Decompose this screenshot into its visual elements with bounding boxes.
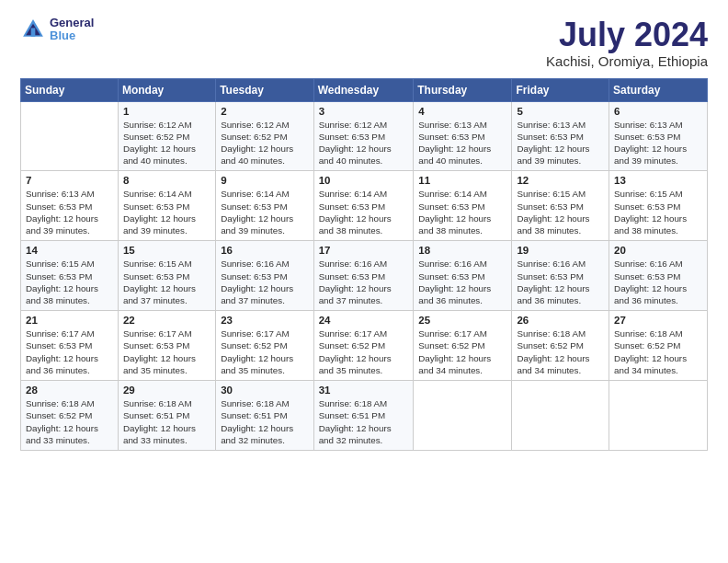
weekday-header: Tuesday — [216, 78, 313, 101]
day-info: Sunrise: 6:17 AM Sunset: 6:52 PM Dayligh… — [319, 327, 409, 376]
calendar-cell: 3Sunrise: 6:12 AM Sunset: 6:53 PM Daylig… — [313, 101, 414, 171]
day-number: 17 — [319, 245, 409, 256]
calendar-cell: 6Sunrise: 6:13 AM Sunset: 6:53 PM Daylig… — [609, 101, 708, 171]
day-number: 19 — [517, 245, 604, 256]
weekday-header: Wednesday — [313, 78, 414, 101]
day-number: 20 — [614, 245, 702, 256]
day-info: Sunrise: 6:13 AM Sunset: 6:53 PM Dayligh… — [26, 188, 113, 236]
day-number: 18 — [418, 245, 506, 256]
day-info: Sunrise: 6:17 AM Sunset: 6:53 PM Dayligh… — [26, 327, 113, 376]
day-number: 30 — [221, 385, 308, 396]
day-info: Sunrise: 6:15 AM Sunset: 6:53 PM Dayligh… — [614, 188, 702, 236]
day-info: Sunrise: 6:13 AM Sunset: 6:53 PM Dayligh… — [614, 119, 702, 167]
day-info: Sunrise: 6:18 AM Sunset: 6:51 PM Dayligh… — [221, 397, 308, 446]
calendar-header-row: SundayMondayTuesdayWednesdayThursdayFrid… — [21, 78, 708, 101]
logo: General Blue — [20, 17, 94, 43]
calendar-cell: 13Sunrise: 6:15 AM Sunset: 6:53 PM Dayli… — [609, 171, 708, 241]
calendar-cell: 31Sunrise: 6:18 AM Sunset: 6:51 PM Dayli… — [313, 381, 414, 451]
calendar-cell: 14Sunrise: 6:15 AM Sunset: 6:53 PM Dayli… — [21, 241, 119, 311]
calendar-cell: 21Sunrise: 6:17 AM Sunset: 6:53 PM Dayli… — [21, 311, 119, 381]
day-info: Sunrise: 6:18 AM Sunset: 6:51 PM Dayligh… — [123, 397, 210, 446]
day-info: Sunrise: 6:13 AM Sunset: 6:53 PM Dayligh… — [418, 119, 506, 167]
calendar-cell: 22Sunrise: 6:17 AM Sunset: 6:53 PM Dayli… — [118, 311, 215, 381]
calendar-week-row: 28Sunrise: 6:18 AM Sunset: 6:52 PM Dayli… — [21, 381, 708, 451]
main-title: July 2024 — [546, 17, 708, 53]
day-number: 15 — [123, 245, 210, 256]
logo-line2: Blue — [50, 29, 94, 42]
day-number: 5 — [517, 106, 604, 117]
calendar-cell: 20Sunrise: 6:16 AM Sunset: 6:53 PM Dayli… — [609, 241, 708, 311]
calendar-cell: 8Sunrise: 6:14 AM Sunset: 6:53 PM Daylig… — [118, 171, 215, 241]
calendar-cell: 15Sunrise: 6:15 AM Sunset: 6:53 PM Dayli… — [118, 241, 215, 311]
calendar-table: SundayMondayTuesdayWednesdayThursdayFrid… — [20, 78, 708, 451]
calendar-cell: 25Sunrise: 6:17 AM Sunset: 6:52 PM Dayli… — [414, 311, 512, 381]
calendar-week-row: 21Sunrise: 6:17 AM Sunset: 6:53 PM Dayli… — [21, 311, 708, 381]
day-info: Sunrise: 6:18 AM Sunset: 6:51 PM Dayligh… — [319, 397, 409, 446]
day-info: Sunrise: 6:16 AM Sunset: 6:53 PM Dayligh… — [319, 258, 409, 306]
day-info: Sunrise: 6:17 AM Sunset: 6:52 PM Dayligh… — [221, 327, 308, 376]
day-number: 22 — [123, 315, 210, 326]
day-number: 28 — [26, 385, 113, 396]
weekday-header: Friday — [512, 78, 609, 101]
calendar-cell — [21, 101, 119, 171]
calendar-cell: 28Sunrise: 6:18 AM Sunset: 6:52 PM Dayli… — [21, 381, 119, 451]
calendar-cell — [512, 381, 609, 451]
calendar-cell — [414, 381, 512, 451]
day-number: 1 — [123, 106, 210, 117]
calendar-cell: 26Sunrise: 6:18 AM Sunset: 6:52 PM Dayli… — [512, 311, 609, 381]
calendar-cell: 18Sunrise: 6:16 AM Sunset: 6:53 PM Dayli… — [414, 241, 512, 311]
logo-text: General Blue — [50, 17, 94, 43]
day-info: Sunrise: 6:15 AM Sunset: 6:53 PM Dayligh… — [26, 258, 113, 306]
day-number: 26 — [517, 315, 604, 326]
day-number: 13 — [614, 175, 702, 186]
calendar-cell: 7Sunrise: 6:13 AM Sunset: 6:53 PM Daylig… — [21, 171, 119, 241]
calendar-week-row: 7Sunrise: 6:13 AM Sunset: 6:53 PM Daylig… — [21, 171, 708, 241]
day-number: 27 — [614, 315, 702, 326]
day-number: 3 — [319, 106, 409, 117]
day-info: Sunrise: 6:14 AM Sunset: 6:53 PM Dayligh… — [319, 188, 409, 236]
day-info: Sunrise: 6:16 AM Sunset: 6:53 PM Dayligh… — [221, 258, 308, 306]
day-number: 8 — [123, 175, 210, 186]
day-info: Sunrise: 6:17 AM Sunset: 6:53 PM Dayligh… — [123, 327, 210, 376]
svg-rect-2 — [31, 29, 36, 37]
day-number: 24 — [319, 315, 409, 326]
calendar-cell: 10Sunrise: 6:14 AM Sunset: 6:53 PM Dayli… — [313, 171, 414, 241]
logo-icon — [20, 17, 46, 42]
day-number: 29 — [123, 385, 210, 396]
day-number: 16 — [221, 245, 308, 256]
calendar-cell: 9Sunrise: 6:14 AM Sunset: 6:53 PM Daylig… — [216, 171, 313, 241]
day-info: Sunrise: 6:12 AM Sunset: 6:53 PM Dayligh… — [319, 119, 409, 167]
subtitle: Kachisi, Oromiya, Ethiopia — [546, 53, 708, 69]
day-info: Sunrise: 6:18 AM Sunset: 6:52 PM Dayligh… — [614, 327, 702, 376]
day-info: Sunrise: 6:14 AM Sunset: 6:53 PM Dayligh… — [123, 188, 210, 236]
calendar-cell — [609, 381, 708, 451]
day-info: Sunrise: 6:14 AM Sunset: 6:53 PM Dayligh… — [221, 188, 308, 236]
day-number: 10 — [319, 175, 409, 186]
day-number: 2 — [221, 106, 308, 117]
day-number: 11 — [418, 175, 506, 186]
calendar-cell: 24Sunrise: 6:17 AM Sunset: 6:52 PM Dayli… — [313, 311, 414, 381]
day-info: Sunrise: 6:18 AM Sunset: 6:52 PM Dayligh… — [517, 327, 604, 376]
day-info: Sunrise: 6:16 AM Sunset: 6:53 PM Dayligh… — [418, 258, 506, 306]
day-info: Sunrise: 6:15 AM Sunset: 6:53 PM Dayligh… — [123, 258, 210, 306]
calendar-week-row: 14Sunrise: 6:15 AM Sunset: 6:53 PM Dayli… — [21, 241, 708, 311]
day-info: Sunrise: 6:17 AM Sunset: 6:52 PM Dayligh… — [418, 327, 506, 376]
day-info: Sunrise: 6:15 AM Sunset: 6:53 PM Dayligh… — [517, 188, 604, 236]
weekday-header: Thursday — [414, 78, 512, 101]
calendar-week-row: 1Sunrise: 6:12 AM Sunset: 6:52 PM Daylig… — [21, 101, 708, 171]
calendar-cell: 19Sunrise: 6:16 AM Sunset: 6:53 PM Dayli… — [512, 241, 609, 311]
day-number: 14 — [26, 245, 113, 256]
calendar-cell: 23Sunrise: 6:17 AM Sunset: 6:52 PM Dayli… — [216, 311, 313, 381]
day-info: Sunrise: 6:16 AM Sunset: 6:53 PM Dayligh… — [517, 258, 604, 306]
day-info: Sunrise: 6:18 AM Sunset: 6:52 PM Dayligh… — [26, 397, 113, 446]
logo-line1: General — [50, 17, 94, 29]
day-number: 6 — [614, 106, 702, 117]
day-number: 9 — [221, 175, 308, 186]
calendar-cell: 12Sunrise: 6:15 AM Sunset: 6:53 PM Dayli… — [512, 171, 609, 241]
calendar-cell: 27Sunrise: 6:18 AM Sunset: 6:52 PM Dayli… — [609, 311, 708, 381]
page: General Blue July 2024 Kachisi, Oromiya,… — [0, 0, 728, 563]
header: General Blue July 2024 Kachisi, Oromiya,… — [20, 17, 708, 69]
calendar-cell: 1Sunrise: 6:12 AM Sunset: 6:52 PM Daylig… — [118, 101, 215, 171]
calendar-cell: 4Sunrise: 6:13 AM Sunset: 6:53 PM Daylig… — [414, 101, 512, 171]
calendar-cell: 11Sunrise: 6:14 AM Sunset: 6:53 PM Dayli… — [414, 171, 512, 241]
